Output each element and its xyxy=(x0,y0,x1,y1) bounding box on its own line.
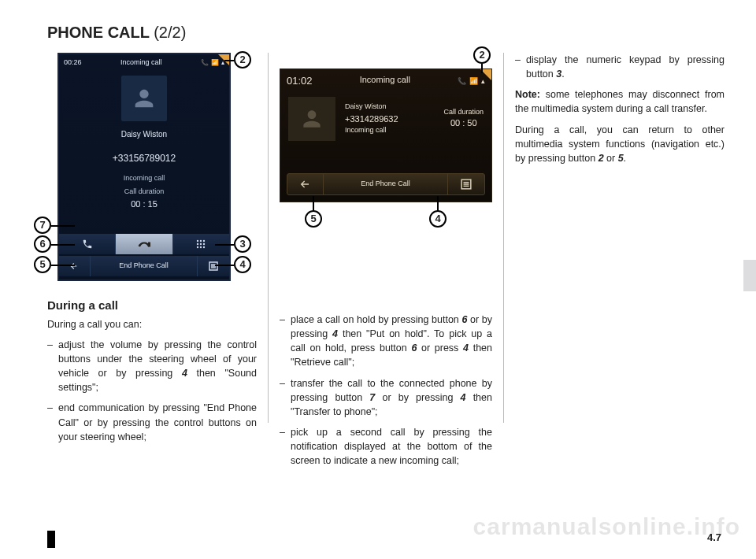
caller-number: +33156789012 xyxy=(59,152,229,165)
status-icons: 📞 📶 ▴ xyxy=(458,74,485,89)
edge-tab xyxy=(743,260,756,291)
transfer-button[interactable] xyxy=(116,234,172,254)
signal-icon: 📶 xyxy=(211,58,219,68)
end-call-button[interactable]: End Phone Call xyxy=(91,256,198,276)
registration-mark xyxy=(47,531,55,548)
title-main: PHONE CALL xyxy=(47,24,150,41)
svg-point-5 xyxy=(200,243,202,245)
avatar xyxy=(121,76,167,121)
caller-name: Daisy Wiston xyxy=(59,129,229,141)
svg-point-3 xyxy=(203,240,205,242)
watermark: carmanualsonline.info xyxy=(473,513,740,540)
callout-4: 4 xyxy=(429,210,447,228)
svg-point-6 xyxy=(203,243,205,245)
duration-value: 00 : 50 xyxy=(443,117,484,130)
callout-2: 2 xyxy=(473,46,491,64)
clock: 00:26 xyxy=(64,57,82,68)
callout-2: 2 xyxy=(234,51,251,68)
column-divider xyxy=(503,53,504,423)
list-item: transfer the call to the connected phone… xyxy=(280,376,492,419)
menu-button[interactable] xyxy=(448,174,484,194)
section-heading: During a call xyxy=(47,297,257,314)
svg-point-4 xyxy=(197,243,198,245)
clock: 01:02 xyxy=(287,74,313,89)
call-status: Incoming call xyxy=(345,125,398,136)
list-item: adjust the volume by pressing the contro… xyxy=(47,338,257,395)
svg-point-9 xyxy=(203,246,205,248)
duration-label: Call duration xyxy=(59,187,229,197)
column-divider xyxy=(268,53,269,423)
callout-3: 3 xyxy=(234,235,251,253)
page-number: 4.7 xyxy=(707,531,721,543)
call-status: Incoming call xyxy=(59,173,229,183)
menu-button[interactable] xyxy=(198,256,229,276)
callout-5: 5 xyxy=(305,210,322,228)
note-text: Note: some telephones may discon­nect fr… xyxy=(515,87,724,116)
screen-header: Incoming call xyxy=(360,74,410,89)
callout-7: 7 xyxy=(34,217,51,234)
list-item: display the numeric keypad by press­ing … xyxy=(515,53,724,81)
action-row-2: End Phone Call xyxy=(59,256,229,276)
phone-status-icon: 📞 xyxy=(201,58,209,68)
intro-text: During a call you can: xyxy=(47,317,257,331)
signal-icon: 📶 xyxy=(469,76,478,87)
page-title: PHONE CALL (2/2) xyxy=(47,24,724,42)
svg-point-1 xyxy=(197,240,198,242)
duration-label: Call duration xyxy=(443,107,484,117)
list-item: pick up a second call by pressing the no… xyxy=(280,425,492,468)
phone-status-icon: 📞 xyxy=(458,76,466,87)
list-item: place a call on hold by pressing button … xyxy=(280,313,492,370)
title-part: (2/2) xyxy=(154,24,186,41)
svg-point-8 xyxy=(200,246,202,248)
action-row-1 xyxy=(59,234,229,254)
callout-6: 6 xyxy=(34,235,51,253)
back-button[interactable] xyxy=(287,174,324,194)
callout-5: 5 xyxy=(34,256,51,273)
caller-number: +3314289632 xyxy=(345,113,398,126)
collapse-icon: ▴ xyxy=(481,76,485,87)
list-item: end communication by pressing "End Phone… xyxy=(47,401,257,443)
svg-point-7 xyxy=(197,246,198,248)
callout-4: 4 xyxy=(234,256,251,273)
screen-header: Incoming call xyxy=(120,57,162,68)
avatar xyxy=(288,97,335,141)
status-icons: 📞 📶 ▴ xyxy=(201,57,224,68)
back-button[interactable] xyxy=(59,256,91,276)
screenshot-landscape: 01:02 Incoming call 📞 📶 ▴ Da xyxy=(280,68,492,234)
svg-rect-0 xyxy=(148,242,150,247)
body-text: During a call, you can return to other m… xyxy=(515,123,724,165)
duration-value: 00 : 15 xyxy=(59,198,229,211)
caller-name: Daisy Wiston xyxy=(345,102,398,113)
screenshot-portrait: 00:26 Incoming call 📞 📶 ▴ Daisy Wiston +… xyxy=(57,53,246,286)
end-call-button[interactable]: End Phone Call xyxy=(324,174,448,194)
svg-point-2 xyxy=(200,240,202,242)
bottom-bar: End Phone Call xyxy=(287,173,485,195)
